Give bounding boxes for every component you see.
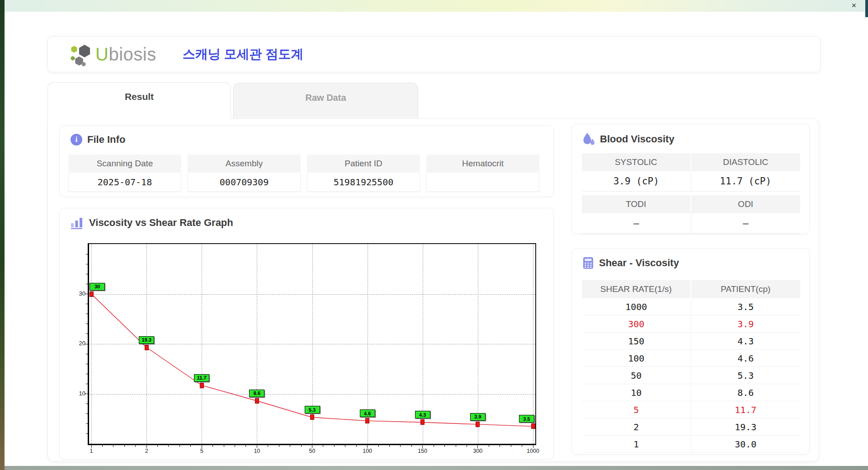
table-row: 3003.9	[582, 315, 800, 333]
x-minor-tick	[301, 445, 302, 447]
table-row: 511.7	[582, 401, 800, 418]
patient-cell: 5.3	[691, 367, 801, 384]
x-tick-label: 1000	[523, 448, 543, 454]
sv-header-row: SHEAR RATE(1/s)PATIENT(cp)	[582, 280, 800, 298]
sv-column-header: SHEAR RATE(1/s)	[582, 280, 691, 298]
x-minor-tick	[456, 445, 456, 447]
bv-label: TODI	[582, 195, 691, 213]
shear-rate-cell: 2	[582, 418, 691, 436]
table-row: 108.6	[582, 384, 800, 401]
file-info-field-label: Scanning Date	[68, 155, 181, 173]
patient-cell: 4.3	[691, 333, 801, 350]
x-minor-tick	[434, 445, 434, 447]
x-tick-label: 150	[413, 448, 433, 454]
patient-cell: 19.3	[691, 418, 801, 436]
x-minor-tick	[290, 445, 290, 447]
table-row: 1504.3	[582, 333, 800, 350]
x-minor-tick	[522, 445, 522, 447]
app-title: 스캐닝 모세관 점도계	[183, 46, 304, 63]
data-point-label: 11.7	[194, 374, 209, 382]
shear-rate-cell: 150	[582, 333, 691, 350]
y-tick-label: 10	[66, 390, 85, 397]
x-minor-tick	[168, 445, 169, 447]
y-major-tick	[85, 344, 88, 344]
y-major-tick	[85, 294, 88, 294]
data-point-label: 30	[90, 283, 105, 291]
bv-label: ODI	[691, 195, 801, 213]
graph-title: Viscosity vs Shear Rate Graph	[89, 217, 233, 229]
x-minor-tick	[135, 445, 136, 447]
x-minor-tick	[444, 445, 445, 447]
data-point-label: 8.6	[249, 390, 264, 397]
shear-viscosity-title: Shear - Viscosity	[599, 257, 679, 269]
x-minor-tick	[489, 445, 489, 447]
window-titlebar: ×	[5, 0, 868, 12]
x-minor-tick	[179, 445, 180, 447]
blood-viscosity-title: Blood Viscosity	[600, 133, 675, 145]
data-point	[90, 291, 94, 297]
info-icon: i	[71, 134, 82, 146]
file-info-field-value: 51981925500	[307, 173, 420, 192]
blood-viscosity-table: SYSTOLICDIASTOLIC3.9 (cP)11.7 (cP)TODIOD…	[582, 153, 800, 234]
data-point-label: 3.5	[519, 415, 534, 423]
tab-raw-data[interactable]: Raw Data	[233, 83, 418, 118]
table-row: 505.3	[582, 367, 800, 384]
bv-label-row: SYSTOLICDIASTOLIC	[582, 153, 800, 171]
data-point-label: 4.3	[415, 411, 430, 418]
file-info-field-2: Patient ID51981925500	[307, 155, 420, 192]
x-minor-tick	[212, 445, 213, 447]
data-point	[200, 383, 204, 388]
patient-cell: 30.0	[691, 436, 801, 453]
file-info-field-0: Scanning Date2025-07-18	[68, 155, 181, 192]
header-card: Ubiosis 스캐닝 모세관 점도계	[47, 36, 821, 72]
bar-chart-icon	[71, 216, 84, 229]
file-info-section: i File Info Scanning Date2025-07-18Assem…	[59, 125, 554, 197]
file-info-field-value	[426, 173, 539, 192]
patient-cell: 3.5	[691, 298, 801, 315]
shear-viscosity-table: SHEAR RATE(1/s)PATIENT(cp)10003.53003.91…	[582, 280, 800, 453]
bv-value: –	[582, 213, 691, 234]
patient-cell: 8.6	[691, 384, 801, 401]
data-point	[255, 398, 259, 404]
x-minor-tick	[157, 445, 158, 447]
bv-value: –	[691, 213, 801, 234]
table-row: 1004.6	[582, 350, 800, 367]
table-row: 219.3	[582, 418, 800, 436]
shear-rate-cell: 5	[582, 401, 691, 418]
bv-label-row: TODIODI	[582, 195, 800, 213]
tab-result[interactable]: Result	[47, 82, 231, 119]
bv-label: DIASTOLIC	[691, 153, 801, 171]
x-minor-tick	[235, 445, 235, 447]
x-minor-tick	[124, 445, 125, 447]
data-point	[365, 418, 369, 423]
close-icon[interactable]: ×	[851, 1, 856, 10]
x-tick-label: 50	[302, 448, 322, 454]
patient-cell: 11.7	[691, 401, 801, 418]
file-info-field-value: 2025-07-18	[68, 173, 181, 192]
x-minor-tick	[190, 445, 191, 447]
desktop-edge-left	[0, 0, 5, 470]
bv-value: 11.7 (cP)	[691, 171, 801, 192]
data-point	[476, 422, 480, 427]
bv-value-row: 3.9 (cP)11.7 (cP)	[582, 171, 800, 192]
x-tick-label: 10	[247, 448, 267, 454]
x-minor-tick	[378, 445, 379, 447]
x-tick-label: 300	[468, 448, 488, 454]
data-point-label: 5.3	[305, 406, 320, 414]
file-info-field-label: Patient ID	[307, 155, 420, 173]
data-point	[420, 419, 425, 425]
x-major-tick	[312, 445, 312, 448]
x-minor-tick	[268, 445, 268, 447]
x-minor-tick	[411, 445, 412, 447]
x-minor-tick	[245, 445, 246, 447]
x-major-tick	[422, 445, 423, 448]
data-point-label: 3.9	[470, 413, 486, 421]
shear-rate-cell: 100	[582, 350, 691, 367]
file-info-field-value: 000709309	[188, 173, 301, 192]
x-minor-tick	[279, 445, 279, 447]
shear-rate-cell: 1	[582, 436, 691, 453]
desktop-edge-right	[865, 0, 868, 17]
table-row: 130.0	[582, 436, 800, 453]
shear-rate-cell: 300	[582, 315, 691, 333]
x-major-tick	[477, 445, 478, 448]
